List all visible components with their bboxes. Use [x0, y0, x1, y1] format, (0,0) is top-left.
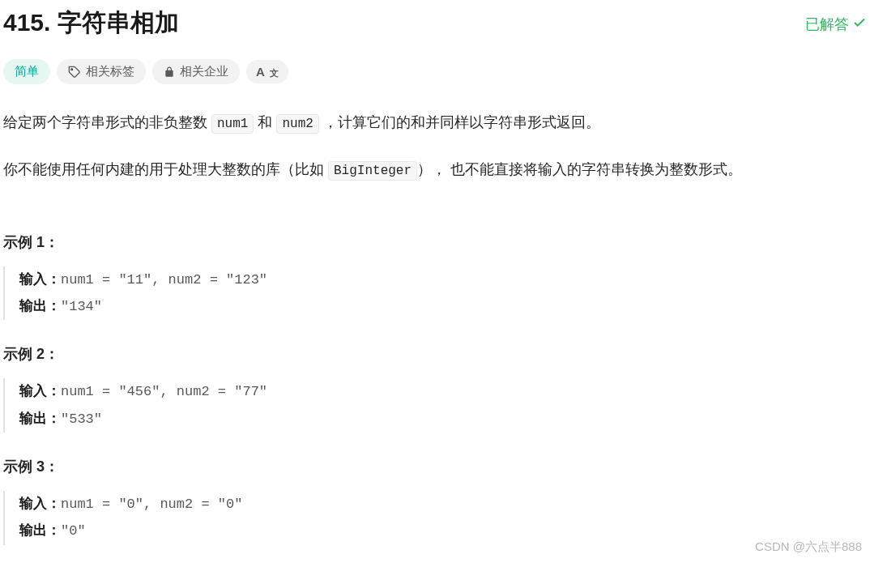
related-companies-button[interactable]: 相关企业: [152, 59, 240, 84]
desc-text: 你不能使用任何内建的用于处理大整数的库（比如: [3, 161, 328, 177]
check-icon: [852, 15, 867, 34]
input-label: 输入：: [19, 383, 61, 398]
example-1-block: 输入：num1 = "11", num2 = "123" 输出："134": [3, 266, 867, 321]
input-value: num1 = "11", num2 = "123": [61, 272, 267, 288]
example-2-title: 示例 2：: [3, 344, 867, 364]
description-paragraph-1: 给定两个字符串形式的非负整数 num1 和 num2 ，计算它们的和并同样以字符…: [3, 109, 867, 136]
output-label: 输出：: [19, 411, 61, 426]
solved-badge: 已解答: [805, 6, 867, 34]
output-label: 输出：: [19, 298, 61, 313]
description-paragraph-2: 你不能使用任何内建的用于处理大整数的库（比如 BigInteger）， 也不能直…: [3, 156, 867, 183]
watermark: CSDN @六点半888: [755, 539, 862, 555]
output-value: "134": [61, 299, 102, 314]
page-title: 415. 字符串相加: [3, 6, 179, 40]
related-tags-button[interactable]: 相关标签: [57, 59, 146, 84]
example-row: 输出："0": [19, 518, 867, 544]
inline-code-biginteger: BigInteger: [328, 161, 417, 181]
output-label: 输出：: [19, 522, 61, 538]
example-1-title: 示例 1：: [3, 232, 867, 252]
input-label: 输入：: [19, 271, 61, 287]
font-subscript: 文: [270, 67, 279, 79]
related-tags-label: 相关标签: [86, 64, 134, 79]
lock-icon: [164, 66, 175, 78]
svg-point-0: [71, 68, 73, 70]
desc-text: 给定两个字符串形式的非负整数: [3, 114, 211, 130]
tags-row: 简单 相关标签 相关企业 A文: [3, 59, 867, 84]
solved-text: 已解答: [805, 15, 849, 34]
output-value: "533": [61, 411, 102, 427]
example-row: 输入：num1 = "0", num2 = "0": [19, 491, 867, 518]
example-row: 输出："134": [19, 293, 867, 320]
input-value: num1 = "456", num2 = "77": [61, 384, 267, 399]
input-value: num1 = "0", num2 = "0": [61, 496, 242, 512]
example-row: 输出："533": [19, 406, 867, 432]
desc-text: ，计算它们的和并同样以字符串形式返回。: [319, 114, 600, 130]
difficulty-tag[interactable]: 简单: [3, 59, 50, 84]
example-3-block: 输入：num1 = "0", num2 = "0" 输出："0": [3, 491, 867, 545]
example-row: 输入：num1 = "11", num2 = "123": [19, 266, 867, 293]
desc-text: 和: [254, 114, 276, 130]
input-label: 输入：: [19, 496, 61, 511]
font-size-label: A: [256, 65, 265, 79]
tag-icon: [68, 66, 81, 79]
desc-text: ）， 也不能直接将输入的字符串转换为整数形式。: [417, 161, 742, 177]
example-row: 输入：num1 = "456", num2 = "77": [19, 378, 867, 405]
output-value: "0": [61, 523, 86, 539]
related-companies-label: 相关企业: [180, 64, 228, 79]
example-3-title: 示例 3：: [3, 457, 867, 476]
example-2-block: 输入：num1 = "456", num2 = "77" 输出："533": [3, 378, 867, 432]
inline-code-num1: num1: [211, 114, 254, 134]
font-size-button[interactable]: A文: [246, 60, 288, 83]
inline-code-num2: num2: [276, 114, 318, 134]
